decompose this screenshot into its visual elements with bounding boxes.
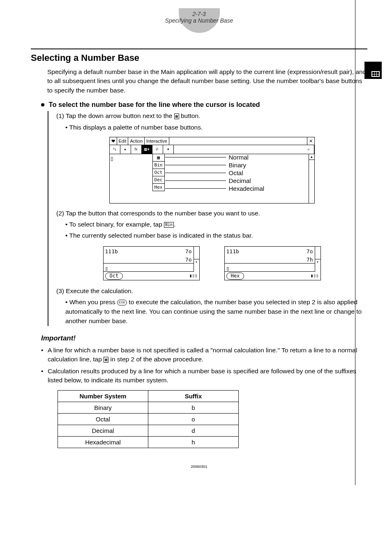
battery-icon: ▮▯▯ [189,273,198,279]
cursor-indicator: ▯ [105,264,108,271]
important-heading: Important! [41,334,367,342]
scroll-down-icon[interactable]: ▾ [194,259,199,265]
palette-labels: Normal Binary Octal Decimal Hexadecimal [229,153,265,192]
toolbar-base-icon: ▦ [174,113,179,119]
step-1: (1) Tap the down arrow button next to th… [56,111,367,120]
toolbar-btn-6[interactable]: ▾ [163,145,174,154]
bullet-icon [41,103,44,106]
divider [31,49,367,49]
page-title: Selecting a Number Base [31,53,367,63]
scrollbar[interactable]: ▴ [309,154,314,203]
menu-v-icon[interactable]: ❤ [110,137,117,145]
panel-oct: 111b7o 7o ▯ ▾ Oct ▮▯▯ [103,246,200,280]
palette-bin[interactable]: Bin [152,161,165,169]
intro-text: Specifying a default number base in the … [47,67,367,95]
cursor-indicator: ▯ [226,264,230,271]
important-note-2: Calculation results produced by a line f… [41,367,367,385]
menu-action[interactable]: Action [128,137,145,145]
toolbar-btn-3[interactable]: fx [131,145,142,154]
important-note-1: A line for which a number base is not sp… [41,346,367,364]
palette-dec[interactable]: Dec [152,176,165,184]
status-badge-hex: Hex [226,273,244,280]
palette-oct[interactable]: Oct [152,169,165,176]
step-2-sub2: • The currently selected number base is … [65,231,367,240]
toolbar-base-icon: ▦ [104,357,108,363]
menubar: ❤ Edit Action Interactive ✕ [109,137,315,145]
procedure-heading: To select the number base for the line w… [41,101,367,109]
table-header-suffix: Suffix [148,390,239,402]
section-number: 2-7-3 [31,11,367,17]
section-title: Specifying a Number Base [31,17,367,24]
cursor-indicator: ▯ [111,155,113,162]
toolbar-btn-1[interactable]: ⁰₁ [110,145,120,154]
table-row: Hexadecimalh [58,436,239,448]
suffix-table: Number System Suffix Binaryb Octalo Deci… [58,390,239,448]
palette-figure: ❤ Edit Action Interactive ✕ ⁰₁ ▸ fx ▦▾ ⊬… [109,137,315,204]
step-1-sub: • This displays a palette of number base… [65,123,367,132]
bin-button-icon: Bin [164,222,174,228]
scrollbar[interactable]: ▾ [315,247,321,272]
scroll-down-icon[interactable]: ▾ [315,259,321,265]
toolbar-btn-2[interactable]: ▸ [120,145,131,154]
status-badge-oct: Oct [105,273,123,280]
footer-date: 20060301 [31,465,367,469]
palette-normal[interactable]: ▦ [152,154,165,162]
status-panels: 111b7o 7o ▯ ▾ Oct ▮▯▯ 111 [56,246,367,280]
step-3: (3) Execute the calculation. [56,286,367,296]
page-header: 2-7-3 Specifying a Number Base [31,11,367,24]
scrollbar[interactable]: ▾ [194,247,199,272]
important-section: Important! A line for which a number bas… [41,334,367,448]
table-row: Binaryb [58,402,239,413]
battery-icon: ▮▯▯ [311,273,319,279]
step-2: (2) Tap the button that corresponds to t… [56,208,367,218]
toolbar-expand-icon[interactable]: ▹ [304,145,314,154]
palette-list: ▦ Bin Oct Dec Hex [152,154,165,191]
table-header-system: Number System [58,390,148,402]
toolbar: ⁰₁ ▸ fx ▦▾ ⊬ ▾ ▹ [109,145,315,154]
procedure-steps: (1) Tap the down arrow button next to th… [47,111,367,326]
toolbar-dropdown-icon[interactable]: ▦▾ [142,145,152,154]
table-row: Octalo [58,413,239,425]
close-icon[interactable]: ✕ [307,137,314,145]
step-3-sub: • When you press EXE to execute the calc… [65,297,367,326]
step-2-sub1: • To select binary, for example, tap Bin… [65,220,367,229]
exe-key-icon: EXE [117,300,127,305]
scroll-up-icon[interactable]: ▴ [309,154,314,160]
table-row: Decimald [58,425,239,436]
palette-area: ▯ ▦ Bin Oct Dec Hex ▴ Normal Binary Octa… [109,154,315,204]
palette-hex[interactable]: Hex [152,183,165,191]
toolbar-btn-5[interactable]: ⊬ [152,145,163,154]
panel-hex: 111b7o 7h ▯ ▾ Hex ▮▯▯ [224,246,321,280]
menu-edit[interactable]: Edit [117,137,129,145]
menu-interactive[interactable]: Interactive [145,137,169,145]
